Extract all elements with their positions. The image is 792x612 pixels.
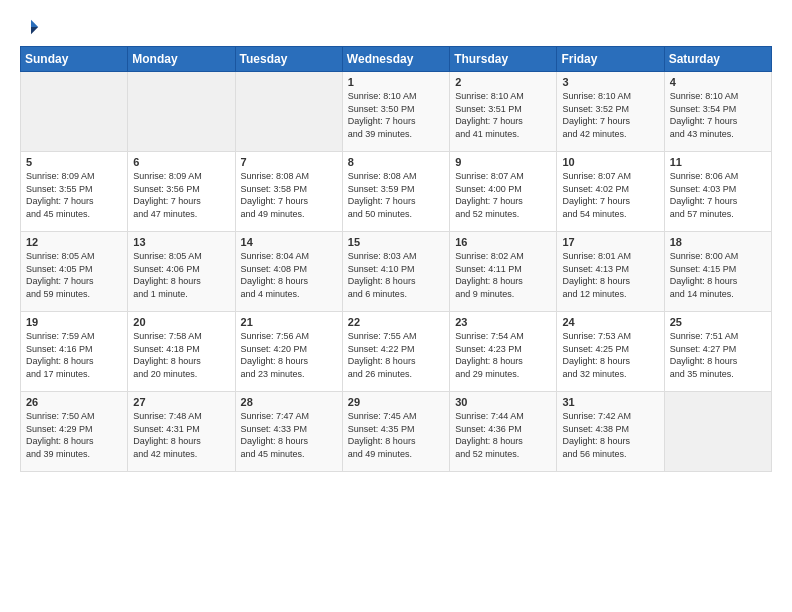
calendar-cell: [235, 72, 342, 152]
day-number: 27: [133, 396, 229, 408]
day-info: Sunrise: 8:07 AM Sunset: 4:02 PM Dayligh…: [562, 170, 658, 220]
calendar-cell: 13Sunrise: 8:05 AM Sunset: 4:06 PM Dayli…: [128, 232, 235, 312]
day-info: Sunrise: 7:42 AM Sunset: 4:38 PM Dayligh…: [562, 410, 658, 460]
day-number: 29: [348, 396, 444, 408]
calendar-table: SundayMondayTuesdayWednesdayThursdayFrid…: [20, 46, 772, 472]
day-number: 30: [455, 396, 551, 408]
day-info: Sunrise: 7:51 AM Sunset: 4:27 PM Dayligh…: [670, 330, 766, 380]
day-info: Sunrise: 7:55 AM Sunset: 4:22 PM Dayligh…: [348, 330, 444, 380]
calendar-cell: 21Sunrise: 7:56 AM Sunset: 4:20 PM Dayli…: [235, 312, 342, 392]
svg-marker-1: [31, 27, 38, 34]
calendar-cell: 25Sunrise: 7:51 AM Sunset: 4:27 PM Dayli…: [664, 312, 771, 392]
calendar-cell: 22Sunrise: 7:55 AM Sunset: 4:22 PM Dayli…: [342, 312, 449, 392]
calendar-cell: 9Sunrise: 8:07 AM Sunset: 4:00 PM Daylig…: [450, 152, 557, 232]
day-number: 10: [562, 156, 658, 168]
day-number: 1: [348, 76, 444, 88]
day-number: 28: [241, 396, 337, 408]
day-number: 14: [241, 236, 337, 248]
day-info: Sunrise: 8:04 AM Sunset: 4:08 PM Dayligh…: [241, 250, 337, 300]
day-info: Sunrise: 8:10 AM Sunset: 3:50 PM Dayligh…: [348, 90, 444, 140]
calendar-cell: 26Sunrise: 7:50 AM Sunset: 4:29 PM Dayli…: [21, 392, 128, 472]
calendar-cell: 23Sunrise: 7:54 AM Sunset: 4:23 PM Dayli…: [450, 312, 557, 392]
day-info: Sunrise: 7:48 AM Sunset: 4:31 PM Dayligh…: [133, 410, 229, 460]
calendar-cell: 18Sunrise: 8:00 AM Sunset: 4:15 PM Dayli…: [664, 232, 771, 312]
calendar-cell: 20Sunrise: 7:58 AM Sunset: 4:18 PM Dayli…: [128, 312, 235, 392]
weekday-header: Wednesday: [342, 47, 449, 72]
calendar-week-row: 26Sunrise: 7:50 AM Sunset: 4:29 PM Dayli…: [21, 392, 772, 472]
day-info: Sunrise: 8:10 AM Sunset: 3:51 PM Dayligh…: [455, 90, 551, 140]
calendar-cell: 6Sunrise: 8:09 AM Sunset: 3:56 PM Daylig…: [128, 152, 235, 232]
weekday-header: Sunday: [21, 47, 128, 72]
day-info: Sunrise: 8:05 AM Sunset: 4:06 PM Dayligh…: [133, 250, 229, 300]
calendar-cell: 10Sunrise: 8:07 AM Sunset: 4:02 PM Dayli…: [557, 152, 664, 232]
calendar-cell: 8Sunrise: 8:08 AM Sunset: 3:59 PM Daylig…: [342, 152, 449, 232]
calendar-cell: 31Sunrise: 7:42 AM Sunset: 4:38 PM Dayli…: [557, 392, 664, 472]
day-info: Sunrise: 8:08 AM Sunset: 3:59 PM Dayligh…: [348, 170, 444, 220]
calendar-cell: 30Sunrise: 7:44 AM Sunset: 4:36 PM Dayli…: [450, 392, 557, 472]
calendar-cell: 7Sunrise: 8:08 AM Sunset: 3:58 PM Daylig…: [235, 152, 342, 232]
day-number: 20: [133, 316, 229, 328]
weekday-header: Tuesday: [235, 47, 342, 72]
day-info: Sunrise: 8:01 AM Sunset: 4:13 PM Dayligh…: [562, 250, 658, 300]
day-number: 9: [455, 156, 551, 168]
calendar-cell: 24Sunrise: 7:53 AM Sunset: 4:25 PM Dayli…: [557, 312, 664, 392]
day-info: Sunrise: 7:58 AM Sunset: 4:18 PM Dayligh…: [133, 330, 229, 380]
day-info: Sunrise: 8:10 AM Sunset: 3:54 PM Dayligh…: [670, 90, 766, 140]
weekday-header: Thursday: [450, 47, 557, 72]
day-info: Sunrise: 8:09 AM Sunset: 3:56 PM Dayligh…: [133, 170, 229, 220]
calendar-cell: 4Sunrise: 8:10 AM Sunset: 3:54 PM Daylig…: [664, 72, 771, 152]
day-info: Sunrise: 7:44 AM Sunset: 4:36 PM Dayligh…: [455, 410, 551, 460]
header: [20, 18, 772, 36]
day-info: Sunrise: 7:56 AM Sunset: 4:20 PM Dayligh…: [241, 330, 337, 380]
day-number: 24: [562, 316, 658, 328]
page: SundayMondayTuesdayWednesdayThursdayFrid…: [0, 0, 792, 482]
day-info: Sunrise: 7:54 AM Sunset: 4:23 PM Dayligh…: [455, 330, 551, 380]
calendar-cell: [128, 72, 235, 152]
calendar-week-row: 19Sunrise: 7:59 AM Sunset: 4:16 PM Dayli…: [21, 312, 772, 392]
day-info: Sunrise: 7:53 AM Sunset: 4:25 PM Dayligh…: [562, 330, 658, 380]
calendar-header-row: SundayMondayTuesdayWednesdayThursdayFrid…: [21, 47, 772, 72]
day-number: 3: [562, 76, 658, 88]
day-number: 5: [26, 156, 122, 168]
day-number: 8: [348, 156, 444, 168]
calendar-week-row: 12Sunrise: 8:05 AM Sunset: 4:05 PM Dayli…: [21, 232, 772, 312]
weekday-header: Monday: [128, 47, 235, 72]
day-number: 12: [26, 236, 122, 248]
day-number: 21: [241, 316, 337, 328]
day-number: 23: [455, 316, 551, 328]
calendar-cell: 3Sunrise: 8:10 AM Sunset: 3:52 PM Daylig…: [557, 72, 664, 152]
day-number: 26: [26, 396, 122, 408]
day-info: Sunrise: 8:08 AM Sunset: 3:58 PM Dayligh…: [241, 170, 337, 220]
day-number: 6: [133, 156, 229, 168]
day-info: Sunrise: 8:05 AM Sunset: 4:05 PM Dayligh…: [26, 250, 122, 300]
day-number: 4: [670, 76, 766, 88]
weekday-header: Friday: [557, 47, 664, 72]
calendar-cell: 19Sunrise: 7:59 AM Sunset: 4:16 PM Dayli…: [21, 312, 128, 392]
day-info: Sunrise: 8:07 AM Sunset: 4:00 PM Dayligh…: [455, 170, 551, 220]
day-info: Sunrise: 8:03 AM Sunset: 4:10 PM Dayligh…: [348, 250, 444, 300]
day-info: Sunrise: 8:02 AM Sunset: 4:11 PM Dayligh…: [455, 250, 551, 300]
calendar-week-row: 5Sunrise: 8:09 AM Sunset: 3:55 PM Daylig…: [21, 152, 772, 232]
logo: [20, 18, 40, 36]
day-number: 25: [670, 316, 766, 328]
day-number: 18: [670, 236, 766, 248]
svg-marker-0: [31, 20, 38, 27]
calendar-cell: 29Sunrise: 7:45 AM Sunset: 4:35 PM Dayli…: [342, 392, 449, 472]
calendar-cell: 12Sunrise: 8:05 AM Sunset: 4:05 PM Dayli…: [21, 232, 128, 312]
calendar-cell: 11Sunrise: 8:06 AM Sunset: 4:03 PM Dayli…: [664, 152, 771, 232]
day-number: 17: [562, 236, 658, 248]
day-info: Sunrise: 7:47 AM Sunset: 4:33 PM Dayligh…: [241, 410, 337, 460]
day-info: Sunrise: 8:00 AM Sunset: 4:15 PM Dayligh…: [670, 250, 766, 300]
calendar-cell: 15Sunrise: 8:03 AM Sunset: 4:10 PM Dayli…: [342, 232, 449, 312]
calendar-cell: 28Sunrise: 7:47 AM Sunset: 4:33 PM Dayli…: [235, 392, 342, 472]
calendar-cell: 14Sunrise: 8:04 AM Sunset: 4:08 PM Dayli…: [235, 232, 342, 312]
calendar-cell: 27Sunrise: 7:48 AM Sunset: 4:31 PM Dayli…: [128, 392, 235, 472]
calendar-week-row: 1Sunrise: 8:10 AM Sunset: 3:50 PM Daylig…: [21, 72, 772, 152]
day-number: 16: [455, 236, 551, 248]
calendar-cell: [21, 72, 128, 152]
logo-flag-icon: [22, 18, 40, 36]
day-info: Sunrise: 7:45 AM Sunset: 4:35 PM Dayligh…: [348, 410, 444, 460]
calendar-cell: 2Sunrise: 8:10 AM Sunset: 3:51 PM Daylig…: [450, 72, 557, 152]
day-number: 22: [348, 316, 444, 328]
day-number: 7: [241, 156, 337, 168]
